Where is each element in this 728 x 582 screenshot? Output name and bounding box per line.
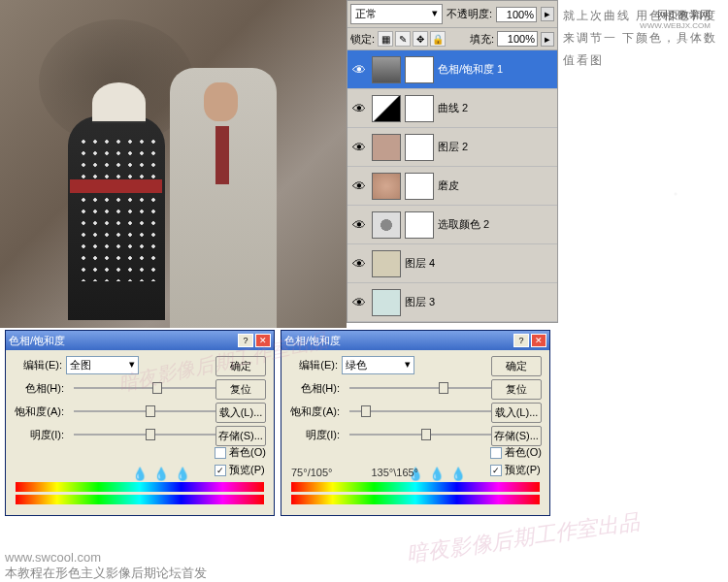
- lock-move-icon[interactable]: ✥: [413, 31, 428, 47]
- site-logo-sub: WWW.WEBJX.COM: [640, 21, 711, 30]
- cancel-button[interactable]: 复位: [215, 379, 266, 400]
- footer-url: www.swcool.com: [5, 550, 101, 565]
- lock-transparency-icon[interactable]: ▦: [378, 31, 393, 47]
- layer-mask-thumbnail[interactable]: [405, 211, 434, 239]
- light-slider[interactable]: [74, 434, 217, 436]
- eyedropper-minus-icon[interactable]: 💧: [450, 467, 466, 482]
- layer-thumbnail[interactable]: [372, 95, 401, 122]
- light-slider[interactable]: [349, 434, 493, 436]
- layer-row[interactable]: 👁 色相/饱和度 1: [347, 50, 557, 89]
- eyedropper-icon[interactable]: 💧: [132, 467, 148, 482]
- layer-row[interactable]: 👁 图层 4: [347, 244, 557, 283]
- layer-name: 色相/饱和度 1: [438, 62, 554, 77]
- visibility-eye-icon[interactable]: 👁: [350, 255, 368, 273]
- layer-thumbnail[interactable]: [372, 250, 401, 277]
- colorize-checkbox[interactable]: [215, 447, 226, 459]
- preview-checkbox[interactable]: ✓: [215, 465, 226, 476]
- layer-mask-thumbnail[interactable]: [405, 56, 434, 83]
- dialog-body: 编辑(E): 绿色▾ 色相(H): +37 饱和度(A): -88 明度(I):…: [281, 350, 549, 517]
- layer-name: 图层 3: [405, 295, 554, 309]
- lock-label: 锁定:: [350, 32, 375, 47]
- visibility-eye-icon[interactable]: 👁: [350, 178, 368, 195]
- layer-list: 👁 色相/饱和度 1👁 曲线 2👁 图层 2👁 磨皮👁 选取颜色 2👁 图层 4…: [347, 50, 557, 322]
- layer-name: 图层 2: [438, 140, 554, 154]
- layer-mask-thumbnail[interactable]: [405, 95, 434, 122]
- layer-mask-thumbnail[interactable]: [405, 173, 434, 200]
- sat-slider[interactable]: [74, 410, 217, 412]
- color-spectrum: [291, 482, 540, 507]
- ok-button[interactable]: 确定: [491, 356, 542, 376]
- preview-checkbox[interactable]: ✓: [490, 465, 502, 476]
- hue-label: 色相(H):: [14, 381, 68, 396]
- lock-icons: ▦ ✎ ✥ 🔒: [378, 31, 446, 47]
- layer-row[interactable]: 👁 图层 3: [347, 283, 557, 322]
- lock-row: 锁定: ▦ ✎ ✥ 🔒 填充: 100% ▸: [347, 28, 557, 50]
- hue-sat-dialog-2: 色相/饱和度 ? ✕ 编辑(E): 绿色▾ 色相(H): +37 饱和度(A):…: [281, 330, 550, 516]
- visibility-eye-icon[interactable]: 👁: [350, 216, 368, 234]
- opacity-arrow-icon[interactable]: ▸: [541, 7, 554, 21]
- layer-thumbnail[interactable]: [372, 134, 401, 161]
- figure-man: [170, 68, 277, 328]
- light-label: 明度(I):: [14, 428, 68, 442]
- checkbox-group: 着色(O) ✓预览(P): [215, 445, 266, 477]
- layer-thumbnail[interactable]: [372, 56, 401, 83]
- layers-panel: 正常▾ 不透明度: 100% ▸ 锁定: ▦ ✎ ✥ 🔒 填充: 100% ▸ …: [347, 0, 558, 323]
- fill-value[interactable]: 100%: [497, 31, 538, 47]
- fill-label: 填充:: [470, 32, 494, 47]
- layer-thumbnail[interactable]: [372, 211, 401, 239]
- visibility-eye-icon[interactable]: 👁: [350, 294, 368, 311]
- layer-thumbnail[interactable]: [372, 173, 401, 200]
- checkbox-group: 着色(O) ✓预览(P): [490, 445, 542, 477]
- color-spectrum: [16, 482, 264, 507]
- save-button[interactable]: 存储(S)...: [215, 426, 266, 446]
- layer-row[interactable]: 👁 曲线 2: [347, 89, 557, 128]
- layer-thumbnail[interactable]: [372, 289, 401, 316]
- dialog-title: 色相/饱和度: [9, 334, 65, 348]
- figure-woman: [68, 116, 165, 320]
- visibility-eye-icon[interactable]: 👁: [350, 139, 368, 156]
- eyedropper-tools: 💧 💧 💧: [132, 467, 190, 482]
- eyedropper-plus-icon[interactable]: 💧: [429, 467, 445, 482]
- floral-decoration: [553, 78, 728, 369]
- save-button[interactable]: 存储(S)...: [491, 426, 542, 446]
- blend-row: 正常▾ 不透明度: 100% ▸: [347, 1, 557, 28]
- spectrum-bar[interactable]: [291, 482, 540, 492]
- photo-preview: [0, 0, 347, 328]
- eyedropper-plus-icon[interactable]: 💧: [153, 467, 169, 482]
- visibility-eye-icon[interactable]: 👁: [350, 100, 368, 117]
- layer-row[interactable]: 👁 选取颜色 2: [347, 206, 557, 244]
- red-belt: [70, 179, 162, 193]
- close-button[interactable]: ✕: [531, 334, 546, 347]
- lock-all-icon[interactable]: 🔒: [430, 31, 446, 47]
- sat-label: 饱和度(A):: [289, 404, 344, 419]
- sat-slider[interactable]: [349, 410, 493, 412]
- light-label: 明度(I):: [289, 428, 344, 442]
- spectrum-bar-2[interactable]: [291, 495, 540, 504]
- cancel-button[interactable]: 复位: [491, 379, 542, 400]
- footer-text: 本教程在形色主义影像后期论坛首发: [5, 565, 207, 582]
- help-button[interactable]: ?: [513, 334, 529, 347]
- opacity-label: 不透明度:: [447, 7, 492, 21]
- lock-paint-icon[interactable]: ✎: [395, 31, 411, 47]
- load-button[interactable]: 载入(L)...: [215, 403, 266, 423]
- hue-slider[interactable]: [349, 387, 493, 389]
- fill-arrow-icon[interactable]: ▸: [541, 32, 554, 47]
- sat-label: 饱和度(A):: [14, 404, 68, 419]
- layer-row[interactable]: 👁 磨皮: [347, 167, 557, 206]
- layer-row[interactable]: 👁 图层 2: [347, 128, 557, 167]
- colorize-checkbox[interactable]: [490, 447, 502, 459]
- hue-label: 色相(H):: [289, 381, 344, 396]
- opacity-value[interactable]: 100%: [496, 7, 537, 22]
- window-buttons: ? ✕: [513, 334, 546, 347]
- spectrum-bar-2[interactable]: [16, 495, 264, 504]
- load-button[interactable]: 载入(L)...: [491, 403, 542, 423]
- edit-combo[interactable]: 绿色▾: [342, 356, 414, 374]
- layer-name: 选取颜色 2: [438, 217, 554, 232]
- site-logo: 网页教学网: [657, 8, 711, 22]
- blend-mode-select[interactable]: 正常▾: [350, 4, 443, 24]
- layer-mask-thumbnail[interactable]: [405, 134, 434, 161]
- spectrum-bar[interactable]: [16, 482, 264, 492]
- visibility-eye-icon[interactable]: 👁: [350, 61, 368, 79]
- eyedropper-minus-icon[interactable]: 💧: [175, 467, 190, 482]
- red-tie: [215, 126, 229, 184]
